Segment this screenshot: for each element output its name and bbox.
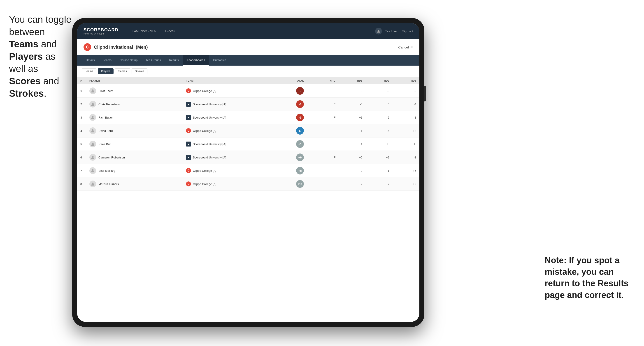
sign-out-link[interactable]: Sign out (402, 29, 413, 33)
tab-course-setup[interactable]: Course Setup (116, 55, 142, 66)
score-badge: +11 (296, 180, 304, 188)
cell-rank: 7 (77, 164, 86, 177)
cell-rank: 8 (77, 177, 86, 191)
team-logo: C (186, 181, 191, 186)
team-name: Scoreboard University [A] (193, 116, 226, 119)
table-row: 1 Elliot Ebert C Clippd College [A] -8 F (77, 84, 420, 98)
cell-team: C Clippd College [A] (183, 177, 272, 191)
tab-results[interactable]: Results (165, 55, 183, 66)
team-logo: ■ (186, 142, 191, 147)
player-avatar (90, 154, 96, 161)
cell-player: Marcus Turners (86, 177, 183, 191)
cell-player: Elliot Ebert (86, 84, 183, 98)
left-annotation: You can toggle between Teams and Players… (9, 13, 72, 100)
player-name: Marcus Turners (98, 182, 119, 186)
nav-links: TOURNAMENTS TEAMS (127, 23, 375, 39)
cell-rd2: +2 (366, 151, 392, 164)
nav-teams[interactable]: TEAMS (160, 23, 180, 39)
toggle-strokes[interactable]: Strokes (132, 68, 148, 74)
cancel-button[interactable]: Cancel ✕ (398, 45, 413, 49)
score-badge: +1 (296, 140, 304, 148)
toggle-teams[interactable]: Teams (82, 68, 96, 74)
cell-player: Rich Butler (86, 111, 183, 124)
cell-rank: 4 (77, 124, 86, 138)
tournament-title: C Clippd Invitational (Men) (84, 43, 148, 51)
svg-point-3 (92, 103, 94, 104)
cell-thru: F (307, 177, 338, 191)
col-team: TEAM (183, 77, 259, 84)
cell-team: ■ Scoreboard University [A] (183, 151, 272, 164)
clippd-logo: C (84, 43, 91, 51)
team-logo: ■ (186, 155, 191, 160)
cell-player: Chris Robertson (86, 98, 183, 111)
team-logo: C (186, 128, 191, 133)
nav-tournaments[interactable]: TOURNAMENTS (127, 23, 160, 39)
cell-team: ■ Scoreboard University [A] (183, 111, 272, 124)
player-avatar (90, 114, 96, 121)
tournament-header: C Clippd Invitational (Men) Cancel ✕ (77, 39, 420, 55)
team-logo: C (186, 168, 191, 173)
cell-total: -2 (272, 111, 307, 124)
ipad-side-button (424, 86, 426, 101)
cell-player: Cameron Robertson (86, 151, 183, 164)
player-name: Rich Butler (98, 116, 113, 119)
tab-tee-groups[interactable]: Tee Groups (142, 55, 165, 66)
cell-rd1: +2 (338, 177, 366, 191)
toggle-scores[interactable]: Scores (115, 68, 130, 74)
cell-rd2: +1 (366, 164, 392, 177)
col-spacer (259, 77, 272, 84)
team-name: Clippd College [A] (193, 129, 216, 133)
col-player: PLAYER (86, 77, 183, 84)
tab-leaderboards[interactable]: Leaderboards (183, 55, 209, 66)
tab-printables[interactable]: Printables (209, 55, 230, 66)
table-row: 7 Blair McHarg C Clippd College [A] +8 F (77, 164, 420, 177)
cell-total: +11 (272, 177, 307, 191)
tab-details[interactable]: Details (82, 55, 99, 66)
toggle-players[interactable]: Players (98, 68, 114, 74)
cell-rd1: +3 (338, 84, 366, 98)
tab-navigation: Details Teams Course Setup Tee Groups Re… (77, 55, 420, 66)
cell-rd2: -2 (366, 111, 392, 124)
cell-team: C Clippd College [A] (183, 164, 272, 177)
cell-rd3: +3 (392, 124, 420, 138)
cell-rd1: +1 (338, 111, 366, 124)
leaderboard-table: # PLAYER TEAM TOTAL THRU RD1 RD2 RD3 1 (77, 77, 420, 322)
player-avatar (90, 141, 96, 148)
svg-point-7 (92, 156, 94, 158)
cell-rank: 1 (77, 84, 86, 98)
table-row: 3 Rich Butler ■ Scoreboard University [A… (77, 111, 420, 124)
team-name: Clippd College [A] (193, 182, 216, 186)
table-row: 5 Rees Britt ■ Scoreboard University [A]… (77, 138, 420, 151)
score-badge: -4 (296, 100, 304, 108)
cell-rd3: -1 (392, 111, 420, 124)
cell-rd3: +2 (392, 177, 420, 191)
toggle-bar: Teams Players Scores Strokes (77, 66, 420, 77)
cell-rd2: +5 (366, 98, 392, 111)
score-badge: -2 (296, 114, 304, 121)
cell-rd1: +5 (338, 151, 366, 164)
svg-point-8 (92, 169, 94, 171)
cell-thru: F (307, 98, 338, 111)
scoreboard-logo: SCOREBOARD Powered by clippd (84, 27, 118, 35)
user-avatar (375, 28, 382, 34)
cell-rd3: -1 (392, 151, 420, 164)
cell-rd2: -4 (366, 124, 392, 138)
cell-team: C Clippd College [A] (183, 124, 272, 138)
right-annotation: Note: If you spot a mistake, you can ret… (545, 255, 630, 301)
cell-thru: F (307, 111, 338, 124)
player-name: Chris Robertson (98, 103, 120, 106)
table-row: 6 Cameron Robertson ■ Scoreboard Univers… (77, 151, 420, 164)
cell-rd3: -4 (392, 98, 420, 111)
cell-rd3: +6 (392, 164, 420, 177)
player-avatar (90, 101, 96, 108)
cell-total: +6 (272, 151, 307, 164)
cell-rank: 2 (77, 98, 86, 111)
player-name: Cameron Robertson (98, 156, 125, 159)
cell-team: C Clippd College [A] (183, 84, 272, 98)
cell-thru: F (307, 138, 338, 151)
cell-rd1: -5 (338, 98, 366, 111)
tab-teams[interactable]: Teams (99, 55, 116, 66)
team-name: Scoreboard University [A] (193, 156, 226, 159)
svg-point-2 (92, 89, 94, 91)
cell-total: +8 (272, 164, 307, 177)
